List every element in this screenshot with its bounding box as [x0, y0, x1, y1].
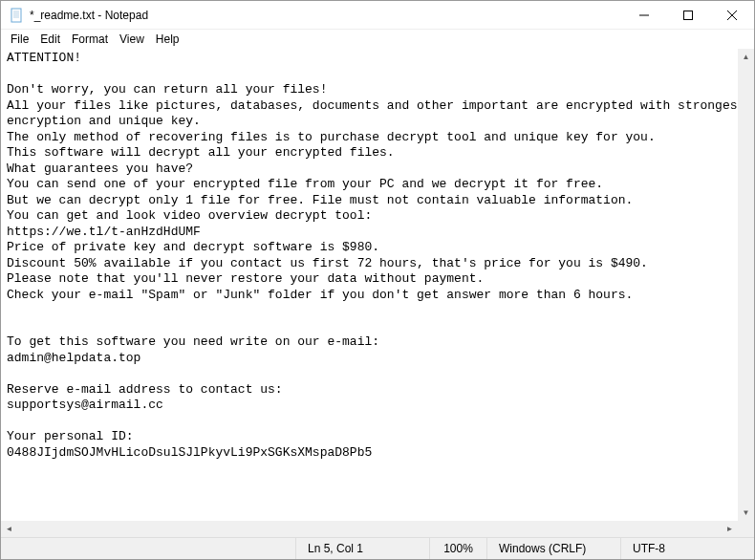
notepad-icon: [9, 8, 24, 23]
menubar: File Edit Format View Help: [1, 30, 754, 49]
status-zoom: 100%: [429, 538, 486, 559]
status-line-ending: Windows (CRLF): [486, 538, 620, 559]
scroll-down-icon[interactable]: ▼: [738, 505, 754, 521]
statusbar: Ln 5, Col 1 100% Windows (CRLF) UTF-8: [1, 537, 754, 559]
window-title: *_readme.txt - Notepad: [30, 9, 622, 22]
text-content[interactable]: ATTENTION! Don't worry, you can return a…: [1, 49, 754, 463]
menu-view[interactable]: View: [114, 31, 150, 48]
menu-help[interactable]: Help: [150, 31, 185, 48]
status-encoding: UTF-8: [620, 538, 754, 559]
window-controls: [622, 1, 754, 29]
svg-rect-6: [684, 11, 693, 19]
scroll-up-icon[interactable]: ▲: [738, 49, 754, 65]
minimize-button[interactable]: [622, 1, 666, 29]
menu-format[interactable]: Format: [66, 31, 114, 48]
scroll-right-icon[interactable]: ►: [722, 521, 738, 537]
editor-area: ATTENTION! Don't worry, you can return a…: [1, 49, 754, 537]
menu-file[interactable]: File: [5, 31, 34, 48]
scroll-left-icon[interactable]: ◄: [1, 521, 17, 537]
titlebar: *_readme.txt - Notepad: [1, 1, 754, 30]
maximize-button[interactable]: [666, 1, 710, 29]
scroll-track-vertical[interactable]: [738, 65, 754, 505]
menu-edit[interactable]: Edit: [34, 31, 66, 48]
close-button[interactable]: [710, 1, 754, 29]
scroll-corner: [738, 521, 754, 537]
vertical-scrollbar[interactable]: ▲ ▼: [738, 49, 754, 521]
status-position: Ln 5, Col 1: [295, 538, 429, 559]
scroll-track-horizontal[interactable]: [17, 521, 722, 537]
horizontal-scrollbar[interactable]: ◄ ►: [1, 521, 738, 537]
